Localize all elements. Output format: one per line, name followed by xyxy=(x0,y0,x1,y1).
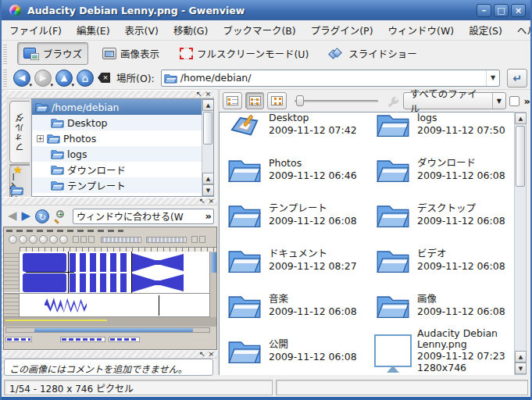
tree-item-home-debian[interactable]: /home/debian xyxy=(32,99,213,115)
thumbnail-size-slider[interactable] xyxy=(295,93,378,109)
scrollbar-thumb[interactable] xyxy=(516,126,525,187)
scroll-up-icon[interactable]: ▲ xyxy=(202,173,214,184)
file-item-pictures[interactable]: 画像2009-11-12 06:08 xyxy=(368,283,512,328)
file-item-desktop[interactable]: Desktop2009-11-12 07:42 xyxy=(220,112,363,147)
preview-panel-header: ↖ × xyxy=(2,197,217,205)
toolbar-handle[interactable] xyxy=(3,43,7,63)
file-item-videos[interactable]: ビデオ2009-11-12 06:08 xyxy=(368,238,512,283)
menu-go[interactable]: 移動(G) xyxy=(173,23,208,38)
location-combobox[interactable]: /home/debian/ ▼ xyxy=(161,70,500,87)
preview-forward-icon[interactable]: ▶ xyxy=(22,210,31,222)
details-view-button[interactable] xyxy=(223,92,242,109)
menu-window[interactable]: ウィンドウ(W) xyxy=(388,23,455,38)
filter-dropdown-icon[interactable]: ▼ xyxy=(492,93,505,109)
menu-file[interactable]: ファイル(F) xyxy=(9,23,62,38)
dock-icon[interactable]: ↖ xyxy=(199,351,205,358)
tree-item-desktop[interactable]: Desktop xyxy=(32,115,213,130)
more-chevron-icon[interactable]: » xyxy=(204,210,213,222)
image-view-icon xyxy=(102,48,116,59)
maximize-button[interactable]: □ xyxy=(494,4,509,17)
sidebar-tab-folders[interactable]: フォルダ xyxy=(9,101,30,163)
toolbar-overflow-icon[interactable]: » xyxy=(524,95,530,107)
folder-icon xyxy=(226,154,263,185)
file-item-desktop-jp[interactable]: デスクトップ2009-11-12 06:08 xyxy=(368,192,512,238)
scroll-down-icon[interactable]: ▼ xyxy=(515,362,527,374)
file-item-audacity-png[interactable]: Audacity Debian Lenny.png 2009-11-12 07:… xyxy=(368,328,512,373)
scroll-up-icon[interactable]: ▲ xyxy=(202,99,214,111)
location-dropdown-icon[interactable]: ▼ xyxy=(486,70,499,86)
file-item-logs[interactable]: logs2009-11-12 07:50 xyxy=(368,112,512,147)
location-path[interactable]: /home/debian/ xyxy=(177,72,486,84)
menu-bookmarks[interactable]: ブックマーク(B) xyxy=(223,23,295,38)
tree-item-templates[interactable]: テンプレート xyxy=(32,177,213,193)
minimize-button[interactable]: – xyxy=(477,4,491,17)
close-panel-icon[interactable]: × xyxy=(205,91,211,98)
scrollbar-thumb[interactable] xyxy=(203,112,212,145)
go-button[interactable]: ↵ xyxy=(507,69,527,88)
view-toolbar: すべてのファイル ▼ » xyxy=(219,90,530,112)
clear-location-icon[interactable]: × xyxy=(98,73,110,83)
file-browser-view[interactable]: Desktop2009-11-12 07:42 logs2009-11-12 0… xyxy=(219,112,514,375)
icons-view-icon xyxy=(271,96,283,105)
file-view-scrollbar[interactable]: ▲ ▲ ▼ xyxy=(514,112,527,375)
file-item-documents[interactable]: ドキュメント2009-11-12 08:27 xyxy=(220,238,363,283)
icons-view-button[interactable] xyxy=(267,92,287,109)
preview-back-icon[interactable]: ◀ xyxy=(8,210,17,222)
window-title: Audacity Debian Lenny.png - Gwenview xyxy=(27,5,474,16)
menu-plugins[interactable]: プラグイン(P) xyxy=(311,23,373,38)
file-item-photos[interactable]: Photos2009-11-12 06:46 xyxy=(220,147,363,192)
menu-edit[interactable]: 編集(E) xyxy=(77,23,110,38)
slider-handle[interactable] xyxy=(296,95,304,106)
browse-icon xyxy=(23,48,39,60)
comment-panel-header: ↖ × xyxy=(2,350,217,359)
scroll-down-icon[interactable]: ▼ xyxy=(202,184,214,196)
slideshow-button[interactable]: スライドショー xyxy=(323,42,423,65)
filter-combobox[interactable]: すべてのファイル ▼ xyxy=(403,92,506,109)
tree-item-label: Desktop xyxy=(67,117,108,129)
dock-icon[interactable]: ↖ xyxy=(199,198,205,205)
menu-settings[interactable]: 設定(S) xyxy=(469,23,502,38)
up-dropdown-icon[interactable]: ▾ xyxy=(71,82,74,88)
window-border xyxy=(2,397,530,400)
fullscreen-button[interactable]: フルスクリーンモード(U) xyxy=(173,42,315,65)
file-item-music[interactable]: 音楽2009-11-12 06:08 xyxy=(220,283,363,328)
home-button[interactable]: ⌂ xyxy=(77,70,94,87)
menu-help[interactable]: ヘルプ(H) xyxy=(517,23,532,38)
filter-checkbox[interactable] xyxy=(509,96,520,106)
back-dropdown-icon[interactable]: ▾ xyxy=(29,82,32,88)
comment-field: この画像にはコメントを追加できません。 xyxy=(4,359,213,376)
scroll-up-icon[interactable]: ▲ xyxy=(515,351,527,362)
close-panel-icon[interactable]: × xyxy=(208,198,214,205)
image-thumbnail xyxy=(374,334,412,367)
forward-button[interactable]: ▶▾ xyxy=(34,70,52,87)
zoom-icon[interactable]: + xyxy=(54,209,68,223)
wrench-icon[interactable] xyxy=(386,94,400,108)
tree-item-downloads[interactable]: ダウンロード xyxy=(32,162,213,177)
scroll-up-icon[interactable]: ▲ xyxy=(515,112,527,124)
folder-tree: /home/debian Desktop + Photos logs ダウンロー… xyxy=(31,98,214,197)
tree-item-photos[interactable]: + Photos xyxy=(32,130,213,146)
title-bar[interactable]: Audacity Debian Lenny.png - Gwenview – □… xyxy=(2,0,530,20)
up-button[interactable]: ▲▾ xyxy=(55,70,73,87)
toolbar-handle[interactable] xyxy=(3,69,7,87)
menu-view[interactable]: 表示(V) xyxy=(125,23,159,38)
file-item-downloads[interactable]: ダウンロード2009-11-12 06:08 xyxy=(368,147,512,192)
dock-icon[interactable]: ↖ xyxy=(196,91,202,98)
thumbnails-view-button[interactable] xyxy=(245,92,265,109)
tree-scrollbar[interactable]: ▲ ▲ ▼ xyxy=(202,99,213,196)
expander-icon[interactable]: + xyxy=(37,135,44,142)
folder-icon xyxy=(374,112,412,140)
forward-dropdown-icon[interactable]: ▾ xyxy=(50,82,53,88)
back-button[interactable]: ◀▾ xyxy=(13,70,30,87)
close-panel-icon[interactable]: × xyxy=(208,351,214,358)
image-view-button[interactable]: 画像表示 xyxy=(96,42,166,65)
zoom-mode-combobox[interactable]: ウィンドウに合わせる(W » xyxy=(73,209,214,224)
image-preview[interactable] xyxy=(3,227,217,350)
tree-item-logs[interactable]: logs xyxy=(32,146,213,162)
file-item-public[interactable]: 公開2009-11-12 06:08 xyxy=(220,328,363,373)
close-button[interactable]: × xyxy=(511,4,526,17)
folder-icon xyxy=(35,102,48,112)
reload-icon[interactable]: ↻ xyxy=(35,209,49,223)
browse-mode-button[interactable]: ブラウズ xyxy=(17,42,88,65)
file-item-templates[interactable]: テンプレート2009-11-12 06:08 xyxy=(220,192,363,238)
